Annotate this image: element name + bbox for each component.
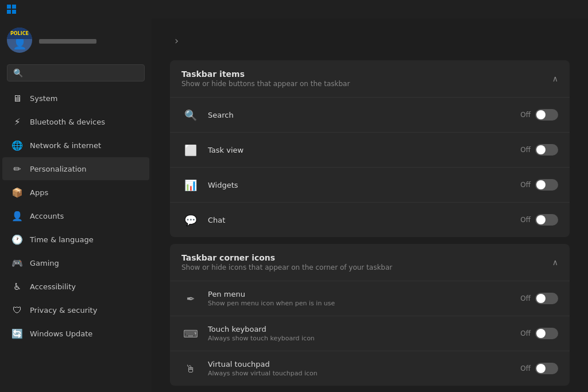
toggle-track-search: [535, 109, 558, 121]
setting-item-search: 🔍 Search Off: [170, 97, 570, 132]
nav-label-bluetooth: Bluetooth & devices: [30, 118, 105, 126]
toggle-label-widgets: Off: [520, 181, 531, 189]
setting-control-virtual-touchpad: Off: [520, 363, 558, 374]
nav-label-time: Time & language: [30, 235, 94, 244]
setting-info-virtual-touchpad: Virtual touchpad Always show virtual tou…: [208, 360, 520, 377]
svg-rect-2: [7, 10, 11, 14]
section-chevron-taskbar-corner-icons: ∧: [552, 258, 558, 267]
svg-rect-3: [12, 10, 16, 14]
toggle-track-touch-keyboard: [535, 328, 558, 339]
avatar: POLICE 👤: [7, 28, 32, 53]
section-chevron-taskbar-items: ∧: [552, 74, 558, 83]
setting-info-search: Search: [208, 111, 520, 119]
setting-sublabel-pen-menu: Show pen menu icon when pen is in use: [208, 300, 520, 307]
search-input[interactable]: [28, 69, 138, 77]
toggle-label-search: Off: [520, 111, 531, 119]
setting-item-virtual-touchpad: 🖱 Virtual touchpad Always show virtual t…: [170, 351, 570, 386]
setting-control-widgets: Off: [520, 179, 558, 191]
toggle-thumb-chat: [536, 215, 546, 224]
sidebar-item-accessibility[interactable]: ♿ Accessibility: [2, 275, 149, 298]
sidebar-item-system[interactable]: 🖥 System: [2, 87, 149, 110]
nav-label-apps: Apps: [30, 188, 48, 197]
nav-label-network: Network & internet: [30, 141, 101, 150]
toggle-search[interactable]: [535, 109, 558, 121]
titlebar-controls: [509, 0, 588, 18]
nav-list: 🖥 System ⚡ Bluetooth & devices 🌐 Network…: [0, 86, 152, 392]
nav-label-gaming: Gaming: [30, 259, 59, 267]
search-box[interactable]: 🔍: [7, 64, 145, 81]
section-taskbar-corner-icons: Taskbar corner icons Show or hide icons …: [170, 244, 570, 386]
nav-icon-apps: 📦: [11, 187, 23, 198]
minimize-button[interactable]: [509, 0, 535, 18]
toggle-thumb-touch-keyboard: [536, 329, 546, 338]
setting-label-chat: Chat: [208, 216, 520, 224]
setting-info-taskview: Task view: [208, 146, 520, 154]
setting-icon-widgets: 📊: [181, 176, 200, 194]
setting-label-touch-keyboard: Touch keyboard: [208, 325, 520, 333]
nav-icon-time: 🕐: [11, 234, 23, 245]
setting-sublabel-touch-keyboard: Always show touch keyboard icon: [208, 335, 520, 342]
sidebar-item-network[interactable]: 🌐 Network & internet: [2, 134, 149, 157]
toggle-widgets[interactable]: [535, 179, 558, 191]
section-taskbar-items: Taskbar items Show or hide buttons that …: [170, 60, 570, 237]
nav-icon-accounts: 👤: [11, 210, 23, 222]
nav-label-system: System: [30, 94, 57, 103]
section-items: 🔍 Search Off: [170, 97, 570, 237]
user-info: [39, 37, 145, 44]
nav-label-personalization: Personalization: [30, 165, 87, 173]
toggle-label-taskview: Off: [520, 146, 531, 154]
maximize-button[interactable]: [535, 0, 562, 18]
setting-icon-search: 🔍: [181, 106, 200, 124]
section-header-left: Taskbar items Show or hide buttons that …: [181, 69, 350, 88]
setting-control-taskview: Off: [520, 144, 558, 156]
avatar-badge: POLICE: [7, 28, 32, 39]
sidebar-item-update[interactable]: 🔄 Windows Update: [2, 322, 149, 345]
sidebar-item-privacy[interactable]: 🛡 Privacy & security: [2, 298, 149, 321]
nav-icon-gaming: 🎮: [11, 257, 23, 269]
nav-icon-accessibility: ♿: [11, 281, 23, 292]
section-title-taskbar-items: Taskbar items: [181, 69, 350, 79]
toggle-pen-menu[interactable]: [535, 293, 558, 304]
setting-item-chat: 💬 Chat Off: [170, 202, 570, 237]
toggle-virtual-touchpad[interactable]: [535, 363, 558, 374]
setting-item-taskview: ⬜ Task view Off: [170, 132, 570, 167]
sidebar-item-gaming[interactable]: 🎮 Gaming: [2, 251, 149, 274]
toggle-track-pen-menu: [535, 293, 558, 304]
sidebar-item-accounts[interactable]: 👤 Accounts: [2, 204, 149, 227]
toggle-taskview[interactable]: [535, 144, 558, 156]
sidebar-item-apps[interactable]: 📦 Apps: [2, 181, 149, 204]
setting-control-chat: Off: [520, 214, 558, 226]
toggle-thumb-virtual-touchpad: [536, 364, 546, 373]
user-section[interactable]: POLICE 👤: [0, 18, 152, 62]
nav-icon-bluetooth: ⚡: [11, 116, 23, 127]
close-button[interactable]: [562, 0, 588, 18]
svg-rect-1: [12, 5, 16, 9]
toggle-thumb-widgets: [536, 180, 546, 189]
setting-control-pen-menu: Off: [520, 293, 558, 304]
app-icon: [7, 5, 16, 14]
sidebar: POLICE 👤 🔍 🖥 System ⚡ Bluetooth & device…: [0, 18, 152, 392]
setting-icon-pen-menu: ✒: [181, 289, 200, 308]
sidebar-item-bluetooth[interactable]: ⚡ Bluetooth & devices: [2, 110, 149, 133]
setting-label-taskview: Task view: [208, 146, 520, 154]
app-body: POLICE 👤 🔍 🖥 System ⚡ Bluetooth & device…: [0, 18, 588, 392]
section-header-taskbar-corner-icons[interactable]: Taskbar corner icons Show or hide icons …: [170, 244, 570, 281]
toggle-chat[interactable]: [535, 214, 558, 226]
sidebar-item-personalization[interactable]: ✏ Personalization: [2, 157, 149, 180]
setting-label-search: Search: [208, 111, 520, 119]
nav-label-accessibility: Accessibility: [30, 282, 76, 291]
section-title-taskbar-corner-icons: Taskbar corner icons: [181, 253, 392, 262]
section-header-taskbar-items[interactable]: Taskbar items Show or hide buttons that …: [170, 60, 570, 97]
toggle-track-widgets: [535, 179, 558, 191]
nav-icon-privacy: 🛡: [11, 304, 23, 316]
setting-icon-chat: 💬: [181, 211, 200, 229]
nav-icon-system: 🖥: [11, 92, 23, 104]
toggle-touch-keyboard[interactable]: [535, 328, 558, 339]
nav-label-update: Windows Update: [30, 329, 92, 338]
setting-item-widgets: 📊 Widgets Off: [170, 167, 570, 202]
sidebar-item-time[interactable]: 🕐 Time & language: [2, 228, 149, 251]
toggle-thumb-search: [536, 110, 546, 119]
page-header: ›: [170, 34, 570, 46]
setting-icon-touch-keyboard: ⌨: [181, 324, 200, 343]
setting-label-virtual-touchpad: Virtual touchpad: [208, 360, 520, 368]
